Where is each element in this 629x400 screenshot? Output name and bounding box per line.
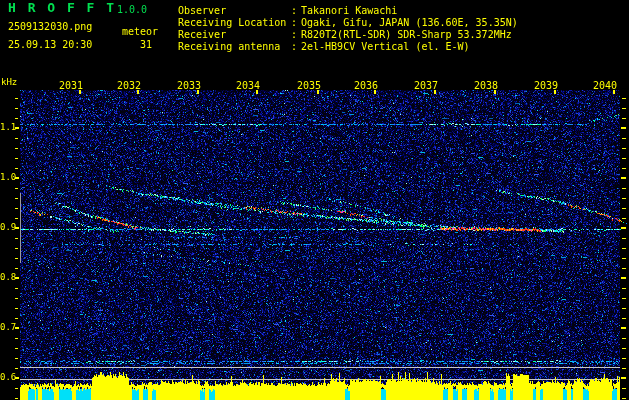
info-label: Receiving antenna bbox=[178, 41, 280, 52]
capture-datetime: 25.09.13 20:30 bbox=[8, 39, 92, 50]
info-separator: : bbox=[291, 17, 297, 28]
freq-tick-label: 1.1 bbox=[0, 123, 14, 132]
time-tick-label: 2038 bbox=[473, 80, 499, 91]
app-title: H R O F F T bbox=[8, 2, 116, 13]
info-value: Ogaki, Gifu, JAPAN (136.60E, 35.35N) bbox=[301, 17, 518, 28]
echo-count: 31 bbox=[140, 39, 152, 50]
info-value: R820T2(RTL-SDR) SDR-Sharp 53.372MHz bbox=[301, 29, 512, 40]
info-label: Receiving Location bbox=[178, 17, 286, 28]
time-tick-label: 2034 bbox=[235, 80, 261, 91]
time-tick-label: 2035 bbox=[296, 80, 322, 91]
hrofft-window: H R O F F T 1.0.0 2509132030.png meteor … bbox=[0, 0, 629, 400]
time-tick-label: 2031 bbox=[58, 80, 84, 91]
freq-axis-unit: kHz bbox=[1, 77, 17, 88]
info-separator: : bbox=[291, 41, 297, 52]
info-value: 2el-HB9CV Vertical (el. E-W) bbox=[301, 41, 470, 52]
info-separator: : bbox=[291, 29, 297, 40]
info-value: Takanori Kawachi bbox=[301, 5, 397, 16]
time-tick-label: 2033 bbox=[176, 80, 202, 91]
freq-tick-label: 0.7 bbox=[0, 323, 14, 332]
mode-label: meteor bbox=[122, 26, 158, 37]
time-tick-label: 2032 bbox=[116, 80, 142, 91]
freq-tick-label: 1.0 bbox=[0, 173, 14, 182]
time-tick-label: 2040 bbox=[592, 80, 618, 91]
time-tick-label: 2039 bbox=[533, 80, 559, 91]
time-tick-label: 2037 bbox=[413, 80, 439, 91]
spectrogram-canvas bbox=[0, 0, 629, 400]
freq-tick-label: 0.9 bbox=[0, 223, 14, 232]
info-label: Receiver bbox=[178, 29, 226, 40]
info-label: Observer bbox=[178, 5, 226, 16]
app-version: 1.0.0 bbox=[117, 4, 147, 15]
capture-filename: 2509132030.png bbox=[8, 21, 92, 32]
time-tick-label: 2036 bbox=[353, 80, 379, 91]
info-separator: : bbox=[291, 5, 297, 16]
freq-tick-label: 0.8 bbox=[0, 273, 14, 282]
freq-tick-label: 0.6 bbox=[0, 373, 14, 382]
